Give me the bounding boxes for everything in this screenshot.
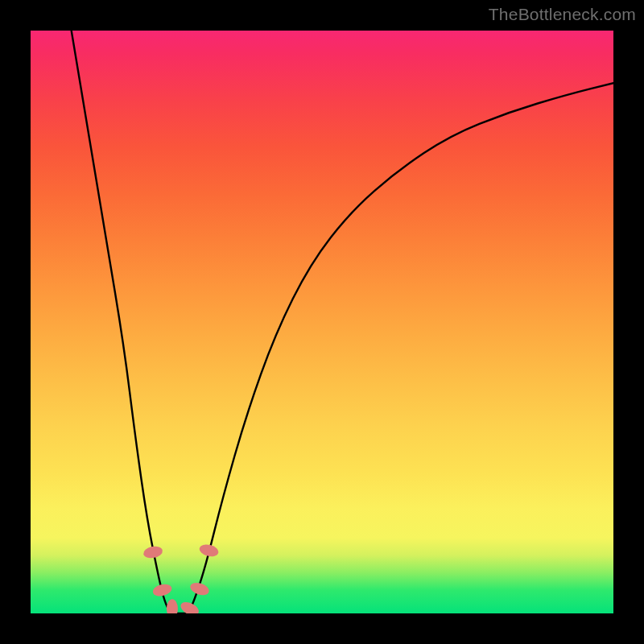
marker-right-upper	[198, 543, 220, 558]
marker-left-lower	[151, 582, 173, 597]
curve-markers	[142, 543, 220, 613]
bottleneck-curve	[72, 31, 613, 613]
marker-bottom-left	[167, 599, 178, 613]
marker-left-upper	[142, 545, 163, 559]
plot-svg	[31, 31, 613, 613]
watermark-text: TheBottleneck.com	[489, 5, 636, 24]
chart-frame: TheBottleneck.com	[0, 0, 644, 644]
marker-bottom-right	[179, 600, 201, 613]
plot-area	[31, 31, 613, 613]
